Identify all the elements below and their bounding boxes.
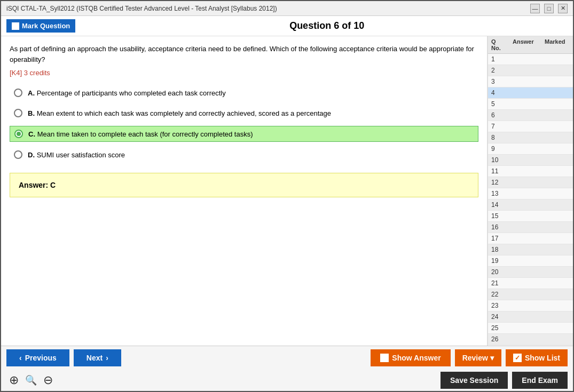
zoom-out-button[interactable]: ⊖	[41, 373, 56, 388]
review-dropdown-icon: ▾	[490, 354, 494, 362]
sidebar-rows-container: 1 2 3 4 5 6 7 8	[488, 54, 573, 346]
zoom-normal-icon: 🔍	[25, 374, 37, 386]
sidebar-answer	[509, 110, 541, 121]
sidebar-row[interactable]: 25	[488, 323, 573, 334]
sidebar-qno: 17	[488, 233, 509, 244]
zoom-controls: ⊕ 🔍 ⊖	[6, 373, 56, 388]
sidebar-row[interactable]: 20	[488, 267, 573, 278]
question-panel: As part of defining an approach the usab…	[1, 36, 487, 346]
sidebar-marked	[541, 233, 573, 244]
title-bar-text: iSQI CTAL-TA_Syll2012 (ISTQB Certified T…	[6, 5, 277, 12]
sidebar-row[interactable]: 26	[488, 334, 573, 345]
sidebar-answer	[509, 99, 541, 109]
sidebar-row[interactable]: 4	[488, 87, 573, 99]
sidebar-qno: 19	[488, 255, 509, 266]
sidebar-row[interactable]: 14	[488, 199, 573, 211]
footer-nav: ‹ Previous Next › Show Answer Review ▾ ✓…	[1, 346, 573, 370]
sidebar-marked	[541, 334, 573, 345]
option-b-radio	[14, 109, 22, 117]
sidebar-answer	[509, 155, 541, 165]
sidebar-row[interactable]: 12	[488, 177, 573, 188]
sidebar-marked	[541, 199, 573, 210]
sidebar-marked	[541, 65, 573, 76]
sidebar-answer	[509, 211, 541, 221]
sidebar-answer	[509, 54, 541, 65]
sidebar-qno: 8	[488, 132, 509, 143]
sidebar-row[interactable]: 21	[488, 278, 573, 289]
sidebar-row[interactable]: 7	[488, 121, 573, 132]
sidebar-qno: 10	[488, 155, 509, 165]
option-d-row[interactable]: D. SUMI user satisfaction score	[10, 147, 478, 162]
sidebar-row[interactable]: 24	[488, 311, 573, 323]
option-d-text: D. SUMI user satisfaction score	[28, 151, 125, 159]
sidebar-qno: 1	[488, 54, 509, 65]
sidebar-qno: 4	[488, 87, 509, 98]
mark-question-button[interactable]: Mark Question	[6, 19, 75, 33]
window-controls: — □ ✕	[530, 4, 568, 13]
sidebar-answer	[509, 300, 541, 311]
sidebar-row[interactable]: 9	[488, 143, 573, 155]
main-wrapper: Mark Question Question 6 of 10 As part o…	[1, 16, 573, 392]
review-button[interactable]: Review ▾	[455, 349, 501, 366]
sidebar-marked	[541, 132, 573, 143]
zoom-normal-button[interactable]: 🔍	[23, 373, 38, 388]
question-list-sidebar: Q No. Answer Marked 1 2 3 4 5 6	[487, 36, 573, 346]
show-list-button[interactable]: ✓ Show List	[506, 349, 568, 366]
sidebar-row[interactable]: 18	[488, 244, 573, 255]
maximize-button[interactable]: □	[544, 4, 554, 13]
sidebar-answer	[509, 255, 541, 266]
next-button[interactable]: Next ›	[74, 349, 121, 366]
close-button[interactable]: ✕	[558, 4, 568, 13]
sidebar-row[interactable]: 8	[488, 132, 573, 143]
sidebar-row[interactable]: 23	[488, 300, 573, 311]
sidebar-answer	[509, 278, 541, 289]
option-b-row[interactable]: B. Mean extent to which each task was co…	[10, 106, 478, 121]
sidebar-answer	[509, 199, 541, 210]
toolbar: Mark Question Question 6 of 10	[1, 16, 573, 36]
sidebar-row[interactable]: 11	[488, 166, 573, 177]
sidebar-row[interactable]: 17	[488, 233, 573, 244]
answer-text: Answer: C	[19, 181, 56, 189]
sidebar-marked	[541, 323, 573, 333]
save-session-button[interactable]: Save Session	[441, 372, 508, 389]
sidebar-marked	[541, 110, 573, 121]
end-exam-button[interactable]: End Exam	[512, 372, 568, 389]
sidebar-qno: 15	[488, 211, 509, 221]
sidebar-marked	[541, 166, 573, 177]
sidebar-answer	[509, 233, 541, 244]
previous-arrow-icon: ‹	[19, 354, 22, 362]
sidebar-answer	[509, 121, 541, 132]
sidebar-qno: 2	[488, 65, 509, 76]
zoom-in-button[interactable]: ⊕	[6, 373, 21, 388]
sidebar-row[interactable]: 6	[488, 110, 573, 121]
sidebar-row[interactable]: 2	[488, 65, 573, 76]
sidebar-qno: 12	[488, 177, 509, 188]
sidebar-marked	[541, 278, 573, 289]
sidebar-answer	[509, 177, 541, 188]
show-list-checkbox-icon: ✓	[513, 354, 522, 362]
sidebar-row[interactable]: 13	[488, 188, 573, 199]
sidebar-answer	[509, 244, 541, 255]
sidebar-marked	[541, 87, 573, 98]
sidebar-row[interactable]: 19	[488, 255, 573, 267]
option-a-row[interactable]: A. Percentage of participants who comple…	[10, 85, 478, 100]
sidebar-marked	[541, 155, 573, 165]
minimize-button[interactable]: —	[530, 4, 540, 13]
sidebar-header-answer: Answer	[509, 36, 541, 53]
previous-button[interactable]: ‹ Previous	[6, 349, 69, 366]
option-c-row[interactable]: C. Mean time taken to complete each task…	[10, 126, 478, 142]
sidebar-marked	[541, 311, 573, 322]
show-answer-button[interactable]: Show Answer	[371, 349, 450, 366]
sidebar-row[interactable]: 5	[488, 99, 573, 110]
sidebar-answer	[509, 132, 541, 143]
sidebar-row[interactable]: 15	[488, 211, 573, 222]
sidebar-row[interactable]: 22	[488, 289, 573, 300]
sidebar-marked	[541, 54, 573, 65]
question-text: As part of defining an approach the usab…	[10, 44, 478, 65]
sidebar-qno: 11	[488, 166, 509, 177]
sidebar-marked	[541, 300, 573, 311]
sidebar-row[interactable]: 10	[488, 155, 573, 166]
sidebar-row[interactable]: 3	[488, 76, 573, 87]
sidebar-row[interactable]: 1	[488, 54, 573, 65]
sidebar-row[interactable]: 16	[488, 222, 573, 233]
